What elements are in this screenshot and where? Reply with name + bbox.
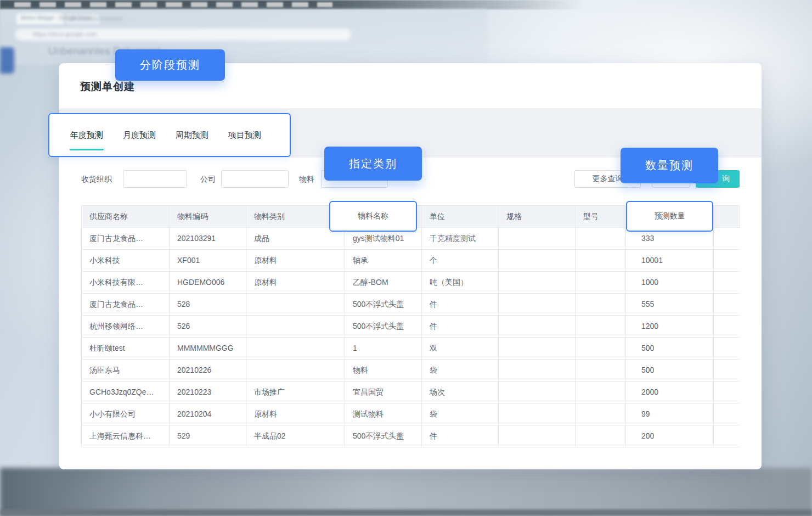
table-cell: 原材料 (246, 403, 345, 425)
table-cell (576, 338, 626, 360)
blurred-menu-items (14, 2, 332, 7)
table-cell: 个 (422, 250, 499, 272)
table-cell (714, 250, 740, 272)
company-label: 公司 (200, 170, 216, 188)
material-label: 物料 (299, 170, 314, 188)
blurred-browser-tab (66, 14, 100, 24)
table-cell: 202103291 (170, 228, 246, 250)
table-cell (246, 294, 345, 316)
column-header: 型号 (576, 206, 626, 228)
table-cell: 528 (170, 294, 246, 316)
table-cell: 500不浮式头盖 (345, 316, 422, 338)
table-cell (714, 338, 740, 360)
table-cell: 上海甄云信息科… (82, 425, 170, 447)
table-cell: 乙醇-BOM (345, 272, 422, 294)
table-cell: 轴承 (345, 250, 422, 272)
table-cell: 20210204 (170, 403, 246, 425)
table-cell (714, 272, 740, 294)
table-cell: 1200 (626, 316, 714, 338)
table-cell (576, 250, 626, 272)
table-cell (714, 294, 740, 316)
table-cell: 20210226 (170, 360, 246, 382)
table-cell: 件 (422, 294, 499, 316)
table-cell (499, 294, 576, 316)
tab-project-forecast[interactable]: 项目预测 (228, 130, 261, 141)
forecast-table: 供应商名称物料编码物料类别物料名称单位规格型号预测数量厦门古龙食品…202103… (81, 205, 740, 447)
blurred-url-text: https://docs.google.com (33, 31, 97, 37)
table-cell (246, 338, 345, 360)
column-header: 供应商名称 (82, 206, 170, 228)
blurred-menubar (0, 0, 585, 9)
table-cell (576, 382, 626, 403)
table-cell: 99 (626, 403, 714, 425)
table-cell (499, 425, 576, 447)
table-cell: 2000 (626, 382, 714, 403)
table-cell: 500不浮式头盖 (345, 294, 422, 316)
table-cell: 原材料 (246, 250, 345, 272)
table-cell (499, 250, 576, 272)
table-cell: 杭州移领网络… (82, 316, 170, 338)
tab-monthly-forecast[interactable]: 月度预测 (123, 130, 156, 141)
table-cell (499, 360, 576, 382)
blurred-tab-label: Meine Ablage - Google Drive (21, 15, 91, 21)
table-cell (246, 360, 345, 382)
table-cell: 500 (626, 360, 714, 382)
table-cell: MMMMMMGGG (170, 338, 246, 360)
table-cell: 件 (422, 425, 499, 447)
table-cell (714, 425, 740, 447)
table-cell (499, 403, 576, 425)
table-cell (714, 228, 740, 250)
blurred-blue-icon (0, 47, 14, 74)
blurred-laptop-base (0, 468, 812, 516)
column-header: 单位 (422, 206, 499, 228)
blurred-laptop-edge (0, 509, 812, 516)
table-cell (576, 228, 626, 250)
table-cell: 杜昕颐test (82, 338, 170, 360)
blurred-url-bar (15, 29, 351, 41)
receiving-org-label: 收货组织 (81, 170, 112, 188)
table-cell (576, 272, 626, 294)
table-cell: 半成品02 (246, 425, 345, 447)
table-cell: 吨（美国） (422, 272, 499, 294)
table-cell (714, 316, 740, 338)
tab-annual-forecast[interactable]: 年度预测 (70, 130, 103, 141)
table-cell: 原材料 (246, 272, 345, 294)
blurred-tab-label: Unbenanntes Dokument (69, 16, 122, 21)
quantity-forecast-badge: 数量预测 (621, 148, 718, 183)
table-cell: 汤臣东马 (82, 360, 170, 382)
tab-period-forecast[interactable]: 周期预测 (176, 130, 208, 141)
table-cell: 物料 (345, 360, 422, 382)
table-cell: 526 (170, 316, 246, 338)
receiving-org-input[interactable] (123, 170, 187, 188)
table-cell: 市场推广 (246, 382, 345, 403)
table-cell (576, 403, 626, 425)
table-cell: 10001 (626, 250, 714, 272)
material-name-highlight-box: 物料名称 (329, 201, 417, 232)
column-header: 规格 (499, 206, 576, 228)
table-cell: 小米科技有限… (82, 272, 170, 294)
table-cell: 200 (626, 425, 714, 447)
table-cell (714, 403, 740, 425)
page-title: 预测单创建 (80, 80, 135, 94)
table-cell (714, 382, 740, 403)
table-cell (499, 338, 576, 360)
table-cell: 袋 (422, 360, 499, 382)
table-cell: 1000 (626, 272, 714, 294)
blurred-browser-chrome (0, 9, 487, 64)
column-header: 物料编码 (170, 206, 246, 228)
screen: Meine Ablage - Google Drive Unbenanntes … (0, 0, 812, 516)
table-cell: 20210223 (170, 382, 246, 403)
table-cell (576, 360, 626, 382)
column-header (714, 206, 740, 228)
table-cell (499, 382, 576, 403)
table-cell: 500 (626, 338, 714, 360)
blurred-browser-tab (16, 13, 64, 24)
table-cell: 500不浮式头盖 (345, 425, 422, 447)
table-cell (576, 316, 626, 338)
table-cell: 宜昌国贸 (345, 382, 422, 403)
company-input[interactable] (221, 170, 289, 188)
table-cell: 小米科技 (82, 250, 170, 272)
table-cell: 小小有限公司 (82, 403, 170, 425)
table-cell: 千克精度测试 (422, 228, 499, 250)
table-cell (246, 316, 345, 338)
